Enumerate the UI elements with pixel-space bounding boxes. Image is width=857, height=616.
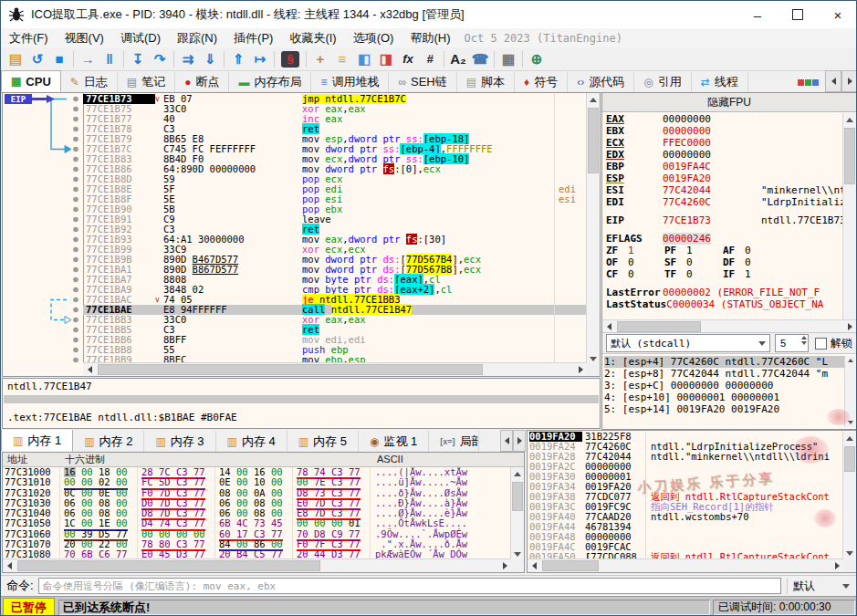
register-row[interactable]: LastError00000002 (ERROR_FILE_NOT_F [606,287,843,298]
register-row[interactable]: EFLAGS00000246 [606,233,843,245]
menu-item-6[interactable]: 选项(O) [345,29,402,47]
run-to-user-code-button[interactable]: ↦ [249,49,271,69]
minimize-button[interactable]: – [737,1,778,28]
dump-horizontal-scrollbar[interactable] [3,559,511,572]
disasm-row[interactable]: 77CE1B905Bpop ebx [83,204,587,214]
tab-cpu[interactable]: ▦CPU [1,70,61,92]
stack-row[interactable]: 0019FA4800000000 [529,532,843,542]
stack-horizontal-scrollbar[interactable] [528,559,843,572]
stack-row[interactable]: 0019FA4446781394 [529,522,843,532]
stop-button[interactable]: ■ [48,49,70,69]
register-row[interactable]: EBX00000000 [606,125,843,137]
comment-button[interactable]: ≡ [331,49,353,69]
unlock-checkbox[interactable]: 解锁 [815,336,852,351]
tab-scroll-left-button[interactable] [825,70,841,92]
step-over-button[interactable]: ↷ [149,49,171,69]
patch-button[interactable]: + [309,49,331,69]
register-row[interactable]: EBP0019FA4C [606,161,843,172]
tab-源代码[interactable]: ‹›源代码 [568,72,634,92]
menu-item-0[interactable]: 文件(F) [1,29,57,47]
tab-内存布局[interactable]: ▬内存布局 [229,72,311,92]
bottom-tab-内存 3[interactable]: ▥内存 3 [144,431,215,452]
step-out-button[interactable]: ⇑ [227,49,249,69]
bottom-tab-监视 1[interactable]: ◉监视 1 [359,431,429,452]
argument-row[interactable]: 5: [esp+14] 0019FA20 0019FA20 [604,403,845,415]
globe-button[interactable]: ⊕ [526,49,548,69]
register-row[interactable]: LastStatusC0000034 (STATUS_OBJECT_NA [606,298,843,310]
hide-fpu-button[interactable]: 隐藏FPU [602,93,856,112]
argument-row[interactable]: 2: [esp+8] 77C42044 ntdll.77C42044 "m [604,368,845,380]
bottom-tab-内存 4[interactable]: ▥内存 4 [216,431,287,452]
register-row[interactable]: EIP77CE1B73ntdll.77CE1B73 [606,214,843,226]
fx-button[interactable]: fx [397,49,419,69]
tab-脚本[interactable]: ▤脚本 [457,72,515,92]
stack-vertical-scrollbar[interactable] [842,432,856,559]
command-input[interactable] [38,578,781,594]
execute-till-return-button[interactable]: ⇓ [199,49,221,69]
tab-断点[interactable]: ●断点 [175,72,229,92]
dump-vertical-scrollbar[interactable] [510,467,524,560]
animate-button[interactable]: § [281,51,299,68]
tab-调用堆栈[interactable]: ≡调用堆栈 [311,72,389,92]
label-red-button[interactable]: ◨ [375,49,397,69]
calculator-button[interactable]: ▦ [497,49,519,69]
register-row[interactable]: ZF1PF1AF0 [606,245,843,256]
menu-item-4[interactable]: 插件(P) [225,29,281,47]
tab-日志[interactable]: ✎日志 [61,72,118,92]
bottom-tab-scroll-right-button[interactable] [513,430,526,452]
close-button[interactable]: × [818,1,857,28]
disasm-vertical-scrollbar[interactable] [586,93,600,365]
label-blue-button[interactable]: ◧ [353,49,375,69]
register-row[interactable]: ECXFFEC0000 [606,137,843,149]
register-row[interactable]: ESP0019FA20 [606,172,843,184]
disasm-row[interactable]: 77CE1BB333C0xor eax,eax [83,315,587,325]
tab-handles-icon[interactable] [792,72,825,92]
register-row[interactable]: EDX00000000 [606,149,843,161]
argument-row[interactable]: 4: [esp+10] 00000001 00000001 [604,392,845,403]
arguments-scrollbar[interactable] [844,356,856,427]
register-row[interactable]: OF0SF0DF0 [606,256,843,268]
argument-row[interactable]: 1: [esp+4] 77C4260C ntdll.77C4260C "L [604,356,845,368]
trace-into-button[interactable]: ⇉ [177,49,199,69]
tab-引用[interactable]: ◎引用 [634,72,691,92]
open-file-button[interactable]: ▤ [5,49,26,69]
stack-row[interactable]: 0019FA2C00000000 [529,462,843,472]
menu-item-1[interactable]: 视图(V) [57,29,112,47]
calling-convention-select[interactable]: 默认 (stdcall) [606,334,770,352]
tab-scroll-right-button[interactable] [841,70,857,92]
argument-row[interactable]: 3: [esp+C] 00000000 00000000 [604,380,845,392]
tab-seh链[interactable]: ∞SEH链 [389,72,456,92]
attach-button[interactable]: ☎ [469,49,491,69]
disasm-row[interactable]: 77CE1B91C9leave [83,214,587,224]
tab-线程[interactable]: ⇄线程 [692,72,748,92]
bottom-tab-内存 1[interactable]: ▥内存 1 [1,430,73,452]
register-row[interactable]: CF0TF0IF1 [606,268,843,280]
bottom-tab-内存 2[interactable]: ▥内存 2 [73,431,144,452]
register-row[interactable]: ESI77C42044"minkernel\\ntdll\\ [606,184,843,196]
disasm-horizontal-scrollbar[interactable] [83,362,587,376]
hash-button[interactable]: # [419,49,441,69]
maximize-button[interactable] [778,1,818,28]
step-into-button[interactable]: ↧ [127,49,149,69]
ascii-table-button[interactable]: A₂ [447,49,469,69]
command-profile-select[interactable]: 默认 [787,578,855,594]
bottom-tab-内存 5[interactable]: ▥内存 5 [287,431,359,452]
register-row[interactable]: EDI77C4260C"LdrpInitializePro [606,196,843,208]
argument-count-stepper[interactable]: 5 [775,334,809,352]
menu-item-2[interactable]: 调试(D) [112,29,169,47]
registers-vertical-scrollbar[interactable] [842,113,856,332]
unlock-checkbox-box[interactable] [815,338,827,350]
tab-符号[interactable]: ♦符号 [515,72,568,92]
register-row[interactable]: EAX00000000 [606,113,843,125]
tab-笔记[interactable]: ▤笔记 [118,72,175,92]
menu-item-7[interactable]: 帮助(H) [402,29,458,47]
restart-button[interactable]: ↺ [26,49,48,69]
register-row[interactable]: CS 0023 FS 0053 [606,317,843,318]
pause-button[interactable]: ‖ [99,49,120,69]
stack-row[interactable]: 0019FA4077CAAD20ntdll.wcstombs+70 [529,512,843,522]
run-button[interactable]: → [77,49,99,69]
disasm-row[interactable]: 77CE1B7740inc eax [83,114,587,124]
stack-row[interactable]: 0019FA2877C42044ntdll."minkernel\\ntdll\… [529,452,843,462]
bottom-tab-局部[interactable]: [x=]局部 [429,431,479,452]
menu-item-3[interactable]: 跟踪(N) [169,29,225,47]
